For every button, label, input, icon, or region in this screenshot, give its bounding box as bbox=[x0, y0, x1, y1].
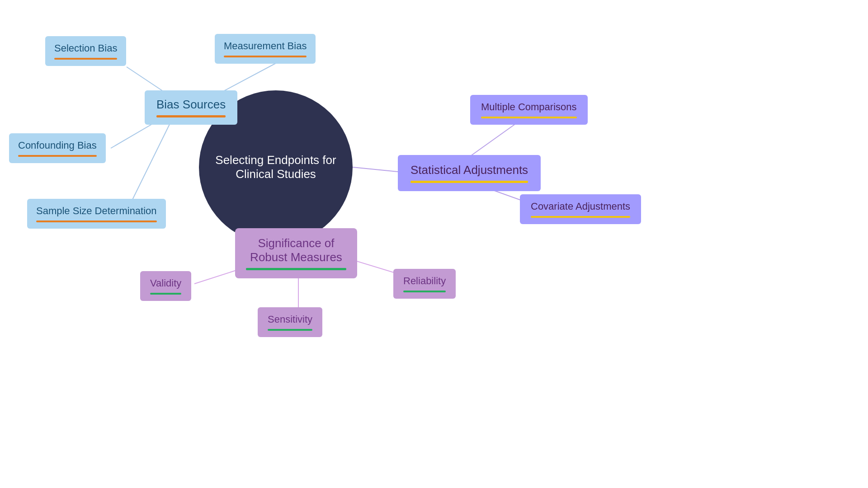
confounding-bias-node[interactable]: Confounding Bias bbox=[9, 133, 106, 163]
bias-sources-node[interactable]: Bias Sources bbox=[145, 90, 237, 125]
measurement-bias-node[interactable]: Measurement Bias bbox=[215, 34, 316, 64]
svg-line-4 bbox=[127, 120, 172, 211]
selection-bias-node[interactable]: Selection Bias bbox=[45, 36, 126, 66]
svg-line-5 bbox=[353, 167, 398, 172]
validity-node[interactable]: Validity bbox=[140, 271, 191, 301]
robust-measures-node[interactable]: Significance of Robust Measures bbox=[235, 228, 357, 278]
sensitivity-node[interactable]: Sensitivity bbox=[258, 307, 322, 337]
sample-size-node[interactable]: Sample Size Determination bbox=[27, 199, 166, 229]
covariate-adjustments-node[interactable]: Covariate Adjustments bbox=[520, 194, 641, 224]
reliability-node[interactable]: Reliability bbox=[393, 269, 456, 299]
multiple-comparisons-node[interactable]: Multiple Comparisons bbox=[470, 95, 588, 125]
statistical-adjustments-node[interactable]: Statistical Adjustments bbox=[398, 155, 541, 191]
